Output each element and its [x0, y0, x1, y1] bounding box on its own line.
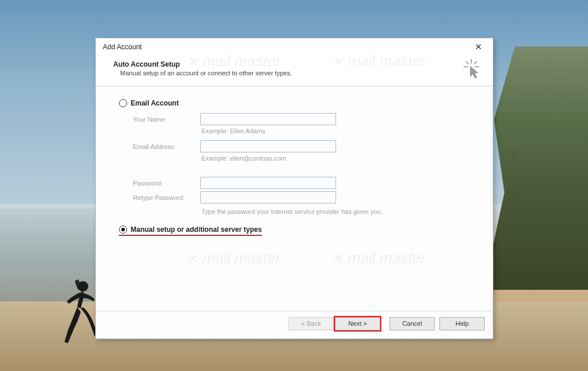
retype-password-input[interactable]: [200, 191, 336, 203]
email-account-form: Your Name: Example: Ellen Adams Email Ad…: [133, 113, 477, 221]
dialog-header: Auto Account Setup Manual setup of an ac…: [96, 56, 493, 86]
email-label: Email Address:: [133, 143, 200, 150]
radio-icon: [119, 225, 127, 234]
your-name-example: Example: Ellen Adams: [200, 126, 477, 140]
header-subtitle: Manual setup of an account or connect to…: [120, 70, 482, 77]
titlebar: Add Account ✕: [96, 38, 493, 56]
svg-line-5: [474, 61, 477, 64]
retype-password-label: Retype Password:: [133, 194, 200, 201]
dialog-content: Email Account Your Name: Example: Ellen …: [96, 86, 493, 311]
radio-manual-label: Manual setup or additional server types: [131, 225, 262, 234]
email-input[interactable]: [200, 140, 336, 152]
add-account-dialog: Add Account ✕ Auto Account Setup Manual …: [95, 38, 493, 339]
help-button[interactable]: Help: [439, 317, 485, 330]
cancel-button[interactable]: Cancel: [389, 317, 435, 330]
close-icon[interactable]: ✕: [468, 39, 488, 54]
dialog-footer: < Back Next > Cancel Help: [96, 311, 493, 339]
radio-email-label: Email Account: [131, 99, 179, 107]
svg-line-4: [466, 61, 469, 64]
radio-manual-setup[interactable]: Manual setup or additional server types: [119, 225, 262, 236]
click-cursor-icon: [460, 58, 482, 80]
password-label: Password:: [133, 180, 200, 187]
email-example: Example: ellen@contoso.com: [200, 154, 477, 168]
your-name-label: Your Name:: [133, 116, 200, 123]
password-hint: Type the password your Internet service …: [200, 205, 477, 221]
radio-icon: [119, 99, 127, 107]
radio-email-account[interactable]: Email Account: [119, 99, 477, 107]
nav-button-group: < Back Next >: [288, 317, 380, 330]
next-button[interactable]: Next >: [335, 317, 380, 330]
password-input[interactable]: [200, 177, 336, 189]
back-button[interactable]: < Back: [288, 317, 334, 330]
header-title: Auto Account Setup: [113, 60, 482, 68]
your-name-input[interactable]: [200, 113, 336, 125]
dialog-title: Add Account: [103, 43, 142, 51]
